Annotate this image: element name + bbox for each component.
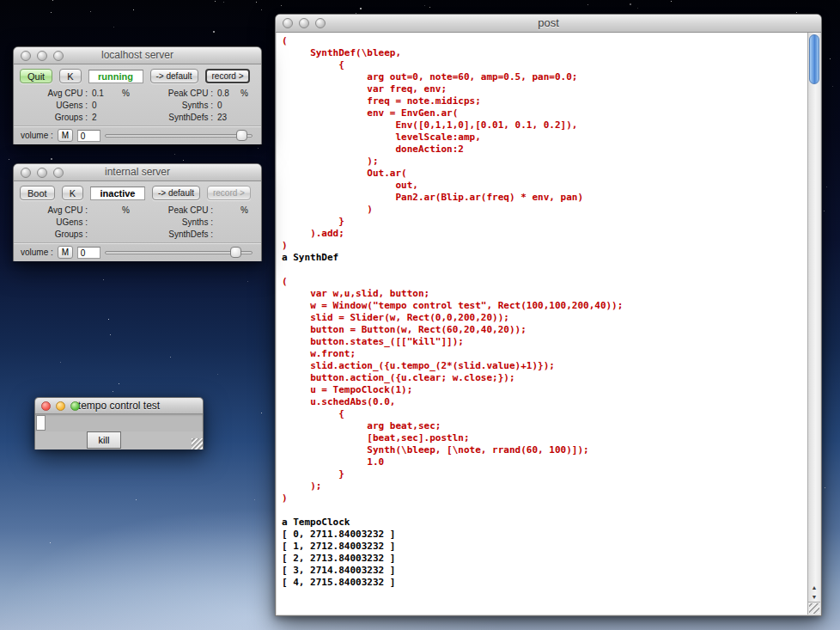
close-icon[interactable] (21, 168, 31, 178)
avg-cpu-value: 0.1 (88, 88, 122, 100)
localhost-server-window: localhost server Quit K running -> defau… (13, 46, 262, 144)
close-icon[interactable] (21, 51, 31, 61)
code-line: Env([0,1,1,0],[0.01, 0.1, 0.2]), (282, 119, 807, 132)
synthdefs-value: 23 (213, 112, 253, 124)
synths-value (213, 217, 253, 229)
ugens-value (88, 217, 134, 229)
minimize-icon[interactable] (37, 51, 47, 61)
code-line: w.front; (282, 348, 807, 360)
server-stats: Avg CPU :0.1% Peak CPU :0.8% UGens :0 Sy… (14, 88, 261, 124)
code-line: out, (282, 180, 807, 192)
code-line (282, 505, 807, 517)
code-line: 1.0 (282, 456, 807, 468)
tempo-slider[interactable] (35, 414, 203, 431)
resize-grip[interactable] (192, 438, 203, 450)
code-line: { (282, 408, 807, 420)
post-scrollbar[interactable]: ▲ ▼ (807, 33, 820, 602)
post-text-area[interactable]: ( SynthDef(\bleep, { arg out=0, note=60,… (277, 33, 807, 615)
code-line: ) (282, 204, 807, 216)
zoom-icon[interactable] (53, 168, 64, 178)
code-line: freq = note.midicps; (282, 95, 807, 107)
ugens-label: UGens : (21, 100, 88, 112)
mute-button[interactable]: M (58, 129, 73, 142)
zoom-icon[interactable] (53, 51, 64, 61)
server-status: running (88, 70, 143, 83)
server-status: inactive (90, 187, 145, 200)
code-line: ); (282, 480, 807, 492)
kill-server-button[interactable]: K (62, 186, 83, 200)
tempo-titlebar[interactable]: tempo control test (35, 398, 203, 414)
kill-server-button[interactable]: K (59, 69, 81, 83)
server-stats: Avg CPU :% Peak CPU :% UGens : Synths : … (14, 205, 261, 241)
code-line: var freq, env; (282, 83, 807, 95)
code-line: button.action_({u.clear; w.close;}); (282, 372, 807, 384)
code-line: [ 3, 2714.84003232 ] (282, 565, 807, 577)
tempo-slider-thumb[interactable] (36, 415, 46, 431)
record-button[interactable]: record > (205, 69, 251, 83)
code-line: } (282, 216, 807, 228)
close-icon[interactable] (283, 18, 293, 28)
code-line: Pan2.ar(Blip.ar(freq) * env, pan) (282, 192, 807, 204)
volume-slider[interactable] (105, 246, 254, 260)
code-line: { (282, 59, 807, 71)
code-line: ( (282, 35, 807, 47)
volume-slider-thumb[interactable] (230, 247, 241, 258)
volume-label: volume : (21, 248, 53, 257)
resize-grip[interactable] (807, 602, 820, 615)
scroll-down-icon[interactable]: ▼ (808, 592, 820, 602)
minimize-icon[interactable] (299, 18, 309, 28)
scrollbar-thumb[interactable] (809, 34, 819, 84)
code-line: button = Button(w, Rect(60,20,40,20)); (282, 324, 807, 336)
avg-cpu-value (88, 205, 122, 217)
volume-slider-thumb[interactable] (236, 130, 247, 141)
minimize-icon[interactable] (37, 168, 47, 178)
zoom-icon[interactable] (70, 401, 80, 411)
percent-sign: % (122, 88, 134, 100)
internal-titlebar[interactable]: internal server (14, 164, 261, 181)
synthdefs-label: SynthDefs : (134, 229, 213, 241)
post-titlebar[interactable]: post (276, 15, 821, 33)
volume-slider[interactable] (105, 129, 254, 143)
scroll-up-icon[interactable]: ▲ (808, 583, 820, 592)
code-line: ( (282, 276, 807, 288)
code-line: slid.action_({u.tempo_(2*(slid.value)+1)… (282, 360, 807, 372)
avg-cpu-label: Avg CPU : (21, 88, 88, 100)
close-icon[interactable] (41, 401, 51, 411)
quit-button[interactable]: Quit (20, 69, 52, 83)
volume-field[interactable]: 0 (77, 247, 100, 259)
peak-cpu-value: 0.8 (213, 88, 240, 100)
record-button[interactable]: record > (207, 186, 251, 200)
make-default-button[interactable]: -> default (150, 69, 198, 83)
code-line: [ 0, 2711.84003232 ] (282, 529, 807, 541)
percent-sign: % (122, 205, 134, 217)
code-line: ).add; (282, 228, 807, 240)
avg-cpu-label: Avg CPU : (21, 205, 88, 217)
code-line: w = Window("tempo control test", Rect(10… (282, 300, 807, 312)
minimize-icon[interactable] (56, 401, 65, 411)
post-window: post ( SynthDef(\bleep, { arg out=0, not… (275, 14, 822, 616)
percent-sign: % (240, 205, 253, 217)
code-line: [beat,sec].postln; (282, 432, 807, 444)
volume-field[interactable]: 0 (77, 130, 100, 142)
boot-button[interactable]: Boot (20, 186, 55, 200)
code-line: ) (282, 492, 807, 505)
code-line: a SynthDef (282, 252, 807, 264)
peak-cpu-label: Peak CPU : (134, 88, 213, 100)
code-line: Synth(\bleep, [\note, rrand(60, 100)]); (282, 444, 807, 456)
code-line: SynthDef(\bleep, (282, 47, 807, 59)
synthdefs-value (213, 229, 253, 241)
localhost-titlebar[interactable]: localhost server (14, 47, 261, 64)
kill-button[interactable]: kill (87, 431, 121, 449)
code-line: a TempoClock (282, 517, 807, 529)
ugens-label: UGens : (21, 217, 88, 229)
code-line: Out.ar( (282, 168, 807, 180)
groups-label: Groups : (21, 112, 88, 124)
synths-label: Synths : (134, 217, 213, 229)
mute-button[interactable]: M (58, 246, 73, 259)
code-lines: ( SynthDef(\bleep, { arg out=0, note=60,… (282, 35, 807, 589)
make-default-button[interactable]: -> default (152, 186, 200, 200)
zoom-icon[interactable] (315, 18, 326, 28)
code-line: var w,u,slid, button; (282, 288, 807, 300)
volume-label: volume : (21, 131, 53, 140)
synths-label: Synths : (134, 100, 213, 112)
